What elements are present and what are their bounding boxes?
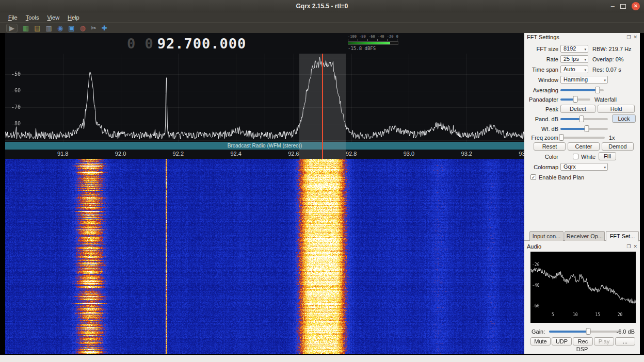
chevron-down-icon: ▾ xyxy=(584,46,586,53)
freq-zoom-value: 1x xyxy=(609,133,615,142)
record-audio-icon[interactable]: ◉ xyxy=(57,24,63,32)
maximize-button[interactable] xyxy=(620,4,626,9)
status-bar xyxy=(0,355,644,362)
cut-icon[interactable]: ✂ xyxy=(91,24,96,32)
slider-handle[interactable] xyxy=(584,125,589,132)
slider-handle[interactable] xyxy=(559,134,564,141)
chevron-down-icon: ▾ xyxy=(604,164,606,171)
freq-axis-label: 93.4 xyxy=(519,151,524,157)
waterfall-label: Waterfall xyxy=(594,95,617,104)
rate-value: 25 fps xyxy=(564,56,579,62)
peak-detect-button[interactable]: Detect xyxy=(560,105,595,113)
audio-spectrum-plot[interactable]: -20-40-605101520 xyxy=(530,252,636,323)
slider-fill xyxy=(560,128,587,130)
frequency-display[interactable]: 0 092.700.000 xyxy=(127,36,246,52)
slider-fill xyxy=(549,331,588,333)
freq-axis-label: 92.0 xyxy=(115,151,126,157)
audio-header: Audio ❐✕ xyxy=(524,242,640,251)
meter-tick-label: -80 xyxy=(359,35,366,39)
lock-button[interactable]: Lock xyxy=(612,114,636,123)
minimize-button[interactable]: – xyxy=(611,4,615,9)
audio-freq-label: 10 xyxy=(573,312,578,317)
more-audio-button[interactable]: ... xyxy=(615,337,635,345)
menu-tools[interactable]: Tools xyxy=(22,14,43,21)
window-row: Window Hamming▾ xyxy=(524,75,636,85)
dock-float-icon[interactable]: ❐ xyxy=(626,35,631,40)
reset-button[interactable]: Reset xyxy=(534,142,566,151)
menu-file[interactable]: File xyxy=(4,14,22,21)
title-bar[interactable]: Gqrx 2.15.5 - rtl=0 – ✕ xyxy=(0,0,644,13)
screenshot-icon[interactable]: ▣ xyxy=(68,24,74,32)
white-checkbox[interactable] xyxy=(573,154,578,159)
dock-float-icon[interactable]: ❐ xyxy=(626,244,631,249)
gqrx-window: Gqrx 2.15.5 - rtl=0 – ✕ FileToolsViewHel… xyxy=(0,0,644,362)
fft-size-label: FFT size xyxy=(524,44,558,54)
udp-button[interactable]: UDP xyxy=(552,337,572,345)
chevron-down-icon: ▾ xyxy=(604,77,606,84)
gain-slider[interactable] xyxy=(549,331,620,333)
peak-hold-button[interactable]: Hold xyxy=(598,105,635,113)
fft-size-combo[interactable]: 8192▾ xyxy=(560,45,588,53)
dock-tab-1[interactable]: Receiver Op... xyxy=(565,231,605,241)
slider-handle[interactable] xyxy=(573,96,578,103)
dbfs-meter-ticks xyxy=(348,39,397,41)
panadapter-label: Panadapter xyxy=(524,95,558,104)
slider-handle[interactable] xyxy=(586,328,590,335)
rate-combo[interactable]: 25 fps▾ xyxy=(560,55,588,63)
enable-band-plan-checkbox[interactable]: ✓ xyxy=(530,174,536,180)
gain-value: -6.0 dB xyxy=(617,327,635,336)
timespan-value: Auto xyxy=(564,66,575,72)
play-button: Play xyxy=(594,337,614,345)
dbfs-meter-value: -15.8 dBFS xyxy=(348,46,399,51)
wf-db-label: Wf. dB xyxy=(524,124,558,134)
colormap-label: Colormap xyxy=(524,162,558,172)
averaging-row: Averaging xyxy=(524,86,636,95)
fill-button[interactable]: Fill xyxy=(599,152,616,160)
rec-button[interactable]: Rec xyxy=(573,337,593,345)
open-file-icon[interactable]: ▤ xyxy=(34,24,40,32)
audio-db-label: -20 xyxy=(532,262,539,267)
frequency-leading-zeros: 0 0 xyxy=(127,36,154,52)
pan-tool-icon[interactable]: ✚ xyxy=(102,24,107,32)
color-row: Color White Fill xyxy=(524,152,636,161)
window-fn-combo[interactable]: Hamming▾ xyxy=(560,76,608,84)
frequency-axis: 91.892.092.292.492.692.893.093.293.4 xyxy=(5,150,524,159)
slider-handle[interactable] xyxy=(579,116,584,122)
waterfall-canvas[interactable] xyxy=(5,159,524,354)
db-axis-label: -70 xyxy=(6,104,21,110)
slider-handle[interactable] xyxy=(595,87,600,93)
freq-axis-label: 92.4 xyxy=(230,151,241,157)
white-checkbox-label: White xyxy=(581,152,595,161)
pand-db-slider[interactable] xyxy=(560,118,608,120)
start-dsp-button[interactable]: ▶ xyxy=(6,24,18,32)
colormap-combo[interactable]: Gqrx▾ xyxy=(560,163,608,171)
freq-axis-label: 92.6 xyxy=(288,151,299,157)
menu-help[interactable]: Help xyxy=(63,14,84,21)
save-file-icon[interactable]: ▥ xyxy=(46,24,52,32)
averaging-slider[interactable] xyxy=(560,89,604,91)
window-fn-value: Hamming xyxy=(564,76,588,83)
db-axis-label: -60 xyxy=(6,88,21,93)
dock-close-icon[interactable]: ✕ xyxy=(633,244,637,249)
dock-tab-2[interactable]: FFT Set... xyxy=(606,231,639,241)
freq-zoom-slider[interactable] xyxy=(560,137,605,139)
fft-settings-header: FFT Settings ❐✕ xyxy=(524,33,640,41)
timespan-combo[interactable]: Auto▾ xyxy=(560,65,588,73)
audio-freq-label: 20 xyxy=(618,312,623,317)
rate-row: Rate 25 fps▾ Overlap: 0% xyxy=(524,55,636,64)
menu-view[interactable]: View xyxy=(43,14,63,21)
timespan-row: Time span Auto▾ Res: 0.07 s xyxy=(524,65,636,74)
pan-wf-split-slider[interactable] xyxy=(560,98,590,101)
demod-button[interactable]: Demod xyxy=(602,142,634,151)
record-iq-icon[interactable]: ◍ xyxy=(80,24,86,32)
tuned-frequency-marker[interactable] xyxy=(322,54,323,159)
close-button[interactable]: ✕ xyxy=(632,2,640,10)
dock-tab-0[interactable]: Input con... xyxy=(529,231,564,241)
dock-close-icon[interactable]: ✕ xyxy=(633,35,637,40)
chevron-down-icon: ▾ xyxy=(584,56,586,63)
wf-db-slider[interactable] xyxy=(560,128,608,130)
iq-waterfall-icon[interactable]: ▦ xyxy=(23,24,29,32)
mute-button[interactable]: Mute xyxy=(530,337,551,345)
center-button[interactable]: Center xyxy=(568,142,600,151)
slider-fill xyxy=(560,118,582,120)
